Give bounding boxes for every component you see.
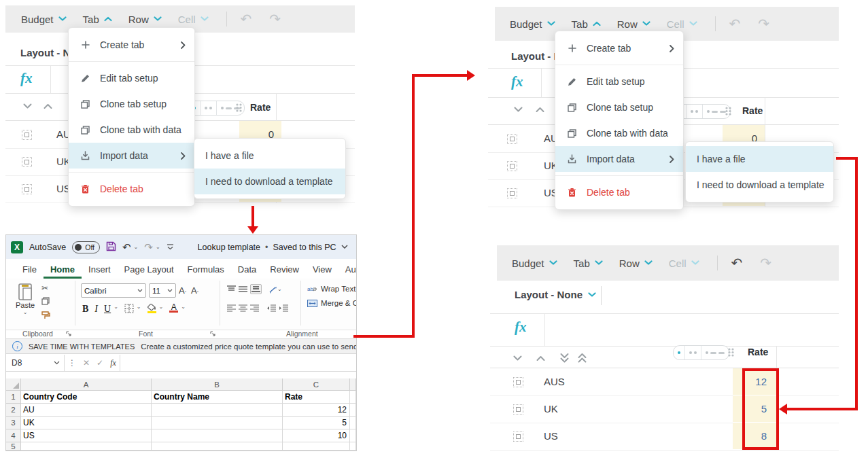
level-display-switcher[interactable]	[673, 345, 729, 360]
submenu-item-download-template[interactable]: I need to download a template	[194, 169, 345, 194]
copy-button[interactable]	[41, 297, 50, 307]
fx-formula-button[interactable]: fx	[515, 319, 527, 336]
tab-data[interactable]: Data	[231, 261, 263, 279]
align-right-button[interactable]	[250, 304, 259, 312]
cell-c5[interactable]	[283, 442, 350, 451]
fx-formula-button[interactable]: fx	[20, 70, 33, 87]
cell-b1[interactable]: Country Name	[152, 391, 283, 404]
expand-row-icon[interactable]	[44, 103, 52, 109]
rate-column-header[interactable]: Rate	[250, 102, 271, 113]
row-selector-icon[interactable]	[513, 377, 523, 387]
budget-menu-button[interactable]: Budget	[512, 258, 557, 269]
decrease-font-button[interactable]: Aˇ	[191, 285, 198, 296]
cell-c4[interactable]: 10	[283, 429, 350, 442]
expand-row-icon[interactable]	[536, 355, 545, 362]
column-header-c[interactable]: C	[283, 378, 350, 391]
menu-item-edit-tab-setup[interactable]: Edit tab setup	[69, 65, 194, 91]
fill-color-button[interactable]	[147, 304, 156, 313]
increase-indent-button[interactable]	[279, 304, 288, 312]
cell-b2[interactable]	[152, 404, 283, 417]
italic-button[interactable]: I	[94, 304, 98, 315]
document-title[interactable]: Lookup template	[198, 243, 260, 252]
font-name-select[interactable]: Calibri	[81, 283, 146, 298]
menu-item-create-tab[interactable]: Create tab	[555, 35, 683, 61]
tab-menu-button[interactable]: Tab	[572, 18, 601, 30]
level-2-segment[interactable]	[686, 105, 702, 118]
dialog-launcher-icon[interactable]	[210, 330, 215, 338]
tab-review[interactable]: Review	[263, 261, 306, 279]
row-selector-icon[interactable]	[507, 134, 517, 144]
decrease-indent-button[interactable]	[266, 304, 276, 312]
tab-menu-button[interactable]: Tab	[574, 258, 603, 269]
row-header[interactable]: 5	[6, 442, 21, 451]
align-top-button[interactable]	[227, 285, 236, 293]
undo-icon[interactable]: ↶	[731, 256, 743, 270]
cell-b3[interactable]	[152, 417, 283, 429]
quick-access-toolbar-icon[interactable]	[167, 243, 174, 252]
tab-formulas[interactable]: Formulas	[181, 261, 231, 279]
insert-function-icon[interactable]: fx	[110, 358, 116, 368]
rate-column-header[interactable]: Rate	[748, 347, 768, 357]
merge-center-button[interactable]: Merge & C	[307, 299, 357, 307]
expand-all-icon[interactable]	[578, 353, 587, 364]
row-selector-icon[interactable]	[22, 157, 32, 167]
layout-selector[interactable]: Layout - N	[511, 50, 561, 62]
menu-item-delete-tab[interactable]: Delete tab	[69, 176, 194, 202]
cell-a5[interactable]	[21, 442, 152, 451]
save-icon[interactable]	[106, 241, 116, 253]
tab-file[interactable]: File	[16, 261, 44, 279]
menu-item-delete-tab[interactable]: Delete tab	[555, 179, 683, 205]
cell[interactable]	[350, 391, 356, 404]
cell-c3[interactable]: 5	[283, 417, 350, 429]
name-box[interactable]: D8	[6, 355, 65, 371]
orientation-button[interactable]	[268, 285, 278, 294]
cell[interactable]	[350, 404, 356, 417]
budget-menu-button[interactable]: Budget	[21, 14, 67, 25]
row-selector-icon[interactable]	[513, 404, 523, 415]
increase-font-button[interactable]: Aˆ	[179, 285, 186, 296]
select-all-corner[interactable]	[6, 378, 21, 391]
cell[interactable]	[350, 429, 356, 442]
row-selector-icon[interactable]	[513, 431, 523, 442]
cell-c2[interactable]: 12	[283, 404, 350, 417]
level-2-segment[interactable]	[200, 101, 216, 115]
menu-item-import-data[interactable]: Import data	[69, 143, 194, 169]
menu-item-clone-tab-with-data[interactable]: Clone tab with data	[69, 117, 194, 143]
align-center-button[interactable]	[239, 304, 247, 312]
level-1-segment[interactable]	[674, 346, 684, 359]
collapse-row-icon[interactable]	[23, 103, 32, 109]
row-header[interactable]: 1	[6, 391, 21, 404]
tab-home[interactable]: Home	[44, 261, 82, 279]
menu-item-create-tab[interactable]: Create tab	[69, 32, 194, 58]
row-selector-icon[interactable]	[22, 184, 32, 194]
format-painter-button[interactable]	[41, 311, 50, 321]
cut-button[interactable]: ✂	[41, 283, 50, 293]
cell[interactable]	[350, 417, 356, 429]
align-left-button[interactable]	[227, 304, 236, 312]
cell-a1[interactable]: Country Code	[21, 391, 152, 404]
row-selector-icon[interactable]	[507, 161, 517, 171]
align-middle-button[interactable]	[239, 285, 247, 293]
collapse-row-icon[interactable]	[513, 355, 522, 362]
tab-automate[interactable]: Automate	[338, 261, 357, 279]
menu-item-clone-tab-with-data[interactable]: Clone tab with data	[555, 120, 683, 146]
font-size-select[interactable]: 11	[149, 283, 176, 298]
menu-item-clone-tab-setup[interactable]: Clone tab setup	[555, 94, 683, 120]
tab-page-layout[interactable]: Page Layout	[118, 261, 181, 279]
cell-b4[interactable]	[152, 429, 283, 442]
column-header-b[interactable]: B	[152, 378, 283, 391]
rate-column-header[interactable]: Rate	[742, 105, 763, 116]
fx-formula-button[interactable]: fx	[511, 73, 523, 90]
row-header[interactable]: 4	[6, 429, 21, 442]
menu-item-clone-tab-setup[interactable]: Clone tab setup	[69, 91, 194, 117]
tab-insert[interactable]: Insert	[82, 261, 118, 279]
font-color-button[interactable]: A	[169, 304, 178, 313]
submenu-item-i-have-a-file[interactable]: I have a file	[686, 146, 833, 172]
paste-button[interactable]: Paste ⌄	[12, 283, 39, 315]
row-menu-button[interactable]: Row	[128, 14, 162, 25]
submenu-item-i-have-a-file[interactable]: I have a file	[194, 143, 345, 169]
cell-a4[interactable]: US	[21, 429, 152, 442]
cell-a2[interactable]: AU	[21, 404, 152, 417]
row-header[interactable]: 2	[6, 404, 21, 417]
row-menu-button[interactable]: Row	[619, 258, 653, 269]
